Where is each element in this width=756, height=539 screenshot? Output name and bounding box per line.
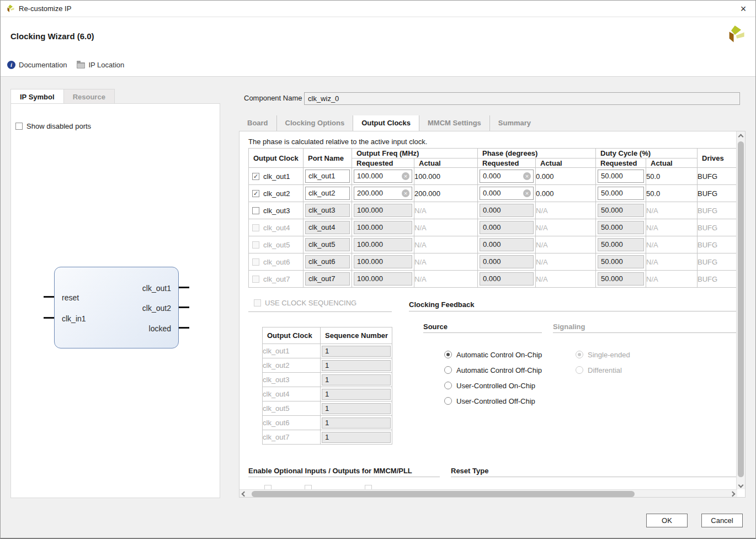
radio-automatic-control-on-chip[interactable]: Automatic Control On-Chip xyxy=(444,347,542,362)
seq-output-clock-header: Output Clock xyxy=(263,327,321,344)
scroll-down-icon[interactable] xyxy=(738,483,744,488)
horizontal-scroll-thumb[interactable] xyxy=(252,491,635,497)
output-clock-cell: clk_out3 xyxy=(249,202,304,219)
close-icon[interactable]: × xyxy=(737,3,749,15)
freq-requested-input[interactable]: 100.000 xyxy=(354,204,412,217)
port-name-input[interactable]: clk_out3 xyxy=(305,204,350,217)
port-label-reset: reset xyxy=(62,293,79,302)
tab-output-clocks[interactable]: Output Clocks xyxy=(353,115,419,131)
show-disabled-ports-checkbox[interactable] xyxy=(15,123,23,130)
documentation-link[interactable]: i Documentation xyxy=(7,61,67,69)
phase-note: The phase is calculated relative to the … xyxy=(248,138,427,146)
phase-requested-input[interactable]: 0.000× xyxy=(480,170,534,183)
documentation-label: Documentation xyxy=(19,61,67,69)
sequence-number-input[interactable]: 1 xyxy=(322,346,391,357)
seq-number-cell: 1 xyxy=(321,358,392,373)
tab-ip-symbol[interactable]: IP Symbol xyxy=(10,89,64,104)
page-title: Clocking Wizard (6.0) xyxy=(10,31,94,41)
tab-summary[interactable]: Summary xyxy=(490,115,539,131)
tab-resource[interactable]: Resource xyxy=(64,89,115,104)
cancel-button[interactable]: Cancel xyxy=(701,514,743,527)
vertical-scrollbar[interactable] xyxy=(736,131,745,489)
freq-requested-input[interactable]: 200.000× xyxy=(354,187,412,200)
column-header: Output Freq (MHz) xyxy=(352,149,478,158)
output-clock-checkbox[interactable] xyxy=(252,258,259,266)
duty-requested-input[interactable]: 50.000 xyxy=(598,170,644,183)
radio-automatic-control-off-chip[interactable]: Automatic Control Off-Chip xyxy=(444,362,542,378)
duty-requested-input[interactable]: 50.000 xyxy=(598,187,644,200)
show-disabled-ports-label: Show disabled ports xyxy=(26,122,91,130)
duty-requested-input[interactable]: 50.000 xyxy=(598,255,644,268)
duty-requested-cell: 50.000 xyxy=(596,202,646,219)
port-name-input[interactable]: clk_out5 xyxy=(305,238,350,251)
tab-clocking-options[interactable]: Clocking Options xyxy=(277,115,354,131)
clear-icon[interactable]: × xyxy=(402,189,409,197)
scroll-right-icon[interactable] xyxy=(730,492,736,497)
drives-cell: BUFG xyxy=(698,168,737,185)
sequence-number-input[interactable]: 1 xyxy=(322,432,391,443)
phase-requested-input[interactable]: 0.000 xyxy=(480,255,534,268)
scroll-up-icon[interactable] xyxy=(738,134,744,140)
radio-user-controlled-off-chip[interactable]: User-Controlled Off-Chip xyxy=(444,393,542,409)
duty-requested-input[interactable]: 50.000 xyxy=(598,272,644,286)
use-clock-sequencing-checkbox[interactable] xyxy=(254,299,261,307)
duty-requested-input[interactable]: 50.000 xyxy=(598,221,644,234)
port-name-input[interactable]: clk_out6 xyxy=(305,255,350,268)
output-clock-row: clk_out3clk_out3100.000N/A0.000N/A50.000… xyxy=(249,202,737,219)
phase-requested-input[interactable]: 0.000 xyxy=(480,221,534,234)
freq-requested-input[interactable]: 100.000 xyxy=(354,221,412,234)
ok-button[interactable]: OK xyxy=(646,514,688,527)
freq-requested-input[interactable]: 100.000 xyxy=(354,238,412,251)
freq-requested-input[interactable]: 100.000 xyxy=(354,272,412,286)
column-header: Requested xyxy=(352,158,414,168)
clear-icon[interactable]: × xyxy=(523,172,531,180)
phase-requested-input[interactable]: 0.000× xyxy=(480,187,534,200)
output-clock-checkbox[interactable] xyxy=(252,241,259,249)
sequence-number-input[interactable]: 1 xyxy=(322,374,391,385)
sequence-number-input[interactable]: 1 xyxy=(322,389,391,400)
radio-differential[interactable]: Differential xyxy=(576,362,630,378)
dialog-body: IP SymbolResource Show disabled ports re… xyxy=(1,77,755,539)
phase-requested-input[interactable]: 0.000 xyxy=(480,204,534,217)
ip-location-link[interactable]: IP Location xyxy=(77,61,124,69)
output-clock-checkbox[interactable]: ✓ xyxy=(252,190,259,197)
port-name-input[interactable]: clk_out2 xyxy=(305,187,350,200)
phase-requested-input[interactable]: 0.000 xyxy=(480,238,534,251)
port-name-input[interactable]: clk_out4 xyxy=(305,221,350,234)
clear-icon[interactable]: × xyxy=(402,172,409,180)
radio-single-ended[interactable]: Single-ended xyxy=(576,347,630,362)
output-clock-label: clk_out2 xyxy=(263,189,290,198)
output-clock-checkbox[interactable] xyxy=(252,207,259,214)
clear-icon[interactable]: × xyxy=(523,189,531,197)
output-clock-checkbox[interactable] xyxy=(252,224,259,231)
sequence-number-input[interactable]: 1 xyxy=(322,418,391,429)
duty-requested-input[interactable]: 50.000 xyxy=(598,204,644,217)
window-title: Re-customize IP xyxy=(19,1,71,17)
freq-requested-input[interactable]: 100.000 xyxy=(354,255,412,268)
component-name-input[interactable] xyxy=(304,92,740,105)
freq-requested-cell: 100.000 xyxy=(352,253,414,271)
vertical-scroll-thumb[interactable] xyxy=(738,141,744,477)
reset-type-title: Reset Type xyxy=(451,467,488,475)
output-clock-checkbox[interactable] xyxy=(252,276,259,283)
output-clock-checkbox[interactable]: ✓ xyxy=(252,173,259,180)
radio-label: User-Controlled On-Chip xyxy=(456,382,535,390)
port-name-input[interactable]: clk_out7 xyxy=(305,272,350,286)
sequence-number-input[interactable]: 1 xyxy=(322,360,391,371)
tab-mmcm-settings[interactable]: MMCM Settings xyxy=(419,115,490,131)
port-name-cell: clk_out6 xyxy=(304,253,352,271)
duty-requested-input[interactable]: 50.000 xyxy=(598,238,644,251)
wizard-header: Clocking Wizard (6.0) i Documentation IP… xyxy=(1,17,755,77)
sequence-number-input[interactable]: 1 xyxy=(322,403,391,414)
left-panel-tabs: IP SymbolResource xyxy=(10,89,115,104)
phase-requested-cell: 0.000 xyxy=(478,202,536,219)
tab-board[interactable]: Board xyxy=(239,115,277,131)
sequence-row: clk_out61 xyxy=(263,416,392,430)
scroll-left-icon[interactable] xyxy=(242,492,247,497)
phase-requested-input[interactable]: 0.000 xyxy=(480,272,534,286)
freq-requested-input[interactable]: 100.000× xyxy=(354,170,412,183)
radio-user-controlled-on-chip[interactable]: User-Controlled On-Chip xyxy=(444,378,542,393)
port-name-input[interactable]: clk_out1 xyxy=(305,170,350,183)
use-clock-sequencing-label: USE CLOCK SEQUENCING xyxy=(265,299,356,307)
horizontal-scrollbar[interactable] xyxy=(239,489,737,498)
